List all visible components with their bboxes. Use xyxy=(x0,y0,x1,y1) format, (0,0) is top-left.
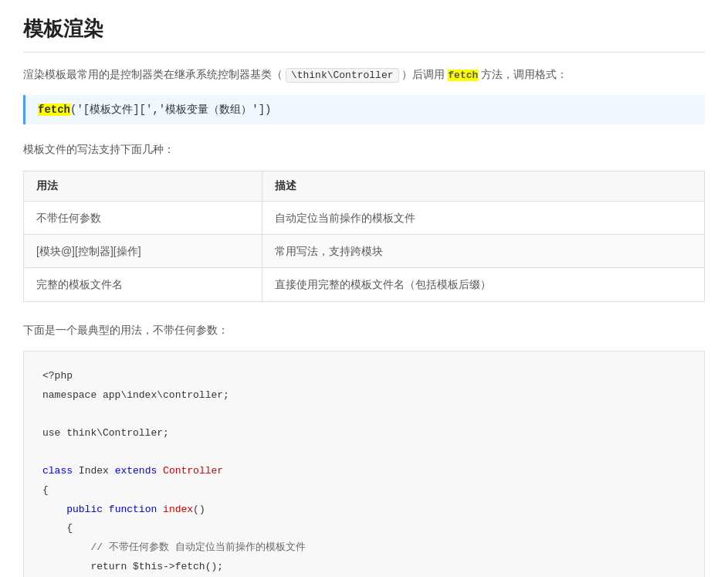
fetch-args: ('[模板文件][','模板变量（数组）']) xyxy=(70,104,271,116)
code-line-8: // 不带任何参数 自动定位当前操作的模板文件 xyxy=(42,538,686,558)
code-example: <?php namespace app\index\controller; us… xyxy=(23,351,705,577)
table-header-row: 用法 描述 xyxy=(24,171,705,201)
code-line-5: { xyxy=(42,481,686,501)
code-line-9: return $this->fetch(); xyxy=(42,558,686,577)
table-row: 不带任何参数 自动定位当前操作的模板文件 xyxy=(24,201,705,234)
table-cell-desc-3: 直接使用完整的模板文件名（包括模板后缀） xyxy=(262,268,704,301)
col-header-usage: 用法 xyxy=(24,171,262,201)
intro-text-before: 渲染模板最常用的是控制器类在继承系统控制器基类（ xyxy=(23,68,283,80)
table-cell-desc-1: 自动定位当前操作的模板文件 xyxy=(262,201,704,234)
code-line-3: use think\Controller; xyxy=(42,424,686,443)
code-line-7: { xyxy=(42,519,686,538)
highlight-fetch: fetch xyxy=(448,70,478,81)
usage-table: 用法 描述 不带任何参数 自动定位当前操作的模板文件 [模块@][控制器][操作… xyxy=(23,171,705,302)
code-line-blank-2 xyxy=(42,443,686,463)
code-line-4: class Index extends Controller xyxy=(42,462,686,481)
col-header-desc: 描述 xyxy=(262,171,704,201)
code-line-6: public function index() xyxy=(42,501,686,520)
table-cell-usage-2: [模块@][控制器][操作] xyxy=(24,234,262,267)
table-cell-usage-1: 不带任何参数 xyxy=(24,201,262,234)
page-title: 模板渲染 xyxy=(23,15,705,53)
fetch-signature: fetch('[模板文件][','模板变量（数组）']) xyxy=(23,95,705,124)
intro-text-middle: ）后调用 xyxy=(401,68,445,80)
intro-code-controller: \think\Controller xyxy=(286,68,399,83)
section-label: 模板文件的写法支持下面几种： xyxy=(23,140,705,159)
table-cell-desc-2: 常用写法，支持跨模块 xyxy=(262,234,704,267)
section2-label: 下面是一个最典型的用法，不带任何参数： xyxy=(23,321,705,340)
table-row: [模块@][控制器][操作] 常用写法，支持跨模块 xyxy=(24,234,705,267)
code-line-blank-1 xyxy=(42,405,686,424)
fetch-keyword: fetch xyxy=(38,104,70,116)
intro-paragraph: 渲染模板最常用的是控制器类在继承系统控制器基类（ \think\Controll… xyxy=(23,65,705,84)
intro-text-end: 方法，调用格式： xyxy=(481,68,567,80)
code-line-2: namespace app\index\controller; xyxy=(42,386,686,406)
code-line-1: <?php xyxy=(42,367,686,386)
table-row: 完整的模板文件名 直接使用完整的模板文件名（包括模板后缀） xyxy=(24,268,705,301)
table-cell-usage-3: 完整的模板文件名 xyxy=(24,268,262,301)
